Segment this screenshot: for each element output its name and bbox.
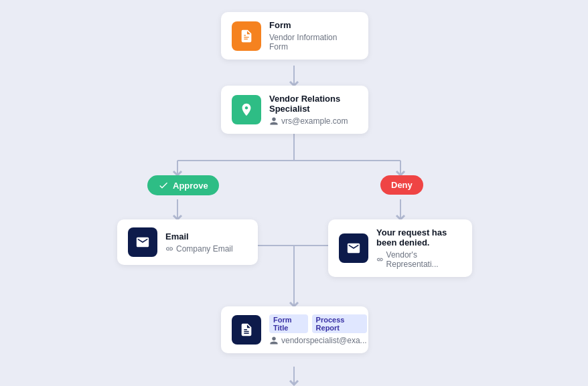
- specialist-card[interactable]: Vendor Relations Specialist vrs@example.…: [221, 86, 368, 134]
- report-email: vendorspecialist@exa...: [269, 336, 367, 345]
- form-card[interactable]: Form Vendor Information Form: [221, 12, 368, 60]
- denied-content: Your request has been denied. Vendor's R…: [376, 227, 461, 269]
- deny-button[interactable]: Deny: [380, 175, 423, 195]
- specialist-icon: [232, 95, 261, 124]
- form-title: Form: [269, 20, 358, 30]
- link-icon2: [376, 256, 384, 264]
- email-icon: [128, 227, 157, 257]
- specialist-email: vrs@example.com: [269, 116, 358, 126]
- approve-icon: [158, 180, 169, 191]
- email-card[interactable]: Email Company Email: [117, 219, 258, 265]
- specialist-content: Vendor Relations Specialist vrs@example.…: [269, 94, 358, 126]
- denied-subtitle: Vendor's Representati...: [376, 250, 461, 269]
- approve-button[interactable]: Approve: [147, 175, 219, 195]
- report-icon: [232, 315, 261, 345]
- process-report-tag: Process Report: [312, 314, 367, 333]
- denied-card[interactable]: Your request has been denied. Vendor's R…: [328, 219, 472, 277]
- specialist-title: Vendor Relations Specialist: [269, 94, 358, 114]
- form-icon: [232, 21, 261, 51]
- email-content: Email Company Email: [165, 231, 233, 254]
- form-title-tag: Form Title: [269, 314, 308, 333]
- denied-icon: [339, 233, 368, 263]
- report-content: Form Title Process Report vendorspeciali…: [269, 314, 367, 345]
- link-icon: [165, 245, 173, 253]
- flow-canvas: Form Vendor Information Form Vendor Rela…: [0, 0, 588, 386]
- person-icon2: [269, 336, 279, 345]
- report-card[interactable]: Form Title Process Report vendorspeciali…: [221, 306, 368, 353]
- email-title: Email: [165, 231, 233, 242]
- approve-label: Approve: [173, 181, 208, 191]
- deny-label: Deny: [391, 180, 413, 190]
- email-subtitle: Company Email: [165, 244, 233, 254]
- form-content: Form Vendor Information Form: [269, 20, 358, 52]
- report-tags: Form Title Process Report: [269, 314, 367, 333]
- person-icon: [269, 116, 279, 126]
- denied-title: Your request has been denied.: [376, 227, 461, 248]
- form-subtitle: Vendor Information Form: [269, 33, 358, 52]
